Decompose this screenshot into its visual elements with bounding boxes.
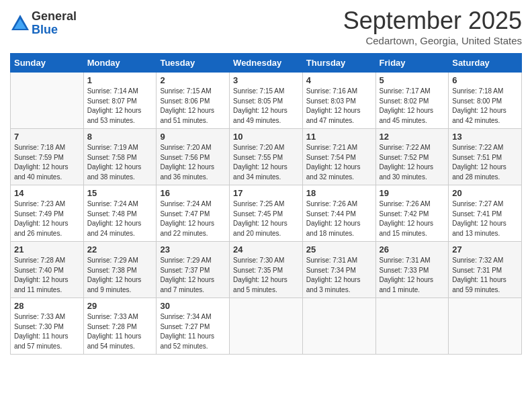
calendar-day-cell: 14Sunrise: 7:23 AMSunset: 7:49 PMDayligh… — [11, 185, 84, 242]
day-number: 24 — [233, 244, 299, 255]
page-header: General Blue September 2025 Cedartown, G… — [10, 7, 522, 46]
logo-blue: Blue — [32, 24, 77, 37]
day-number: 11 — [306, 132, 372, 142]
calendar-day-cell: 28Sunrise: 7:33 AMSunset: 7:30 PMDayligh… — [11, 298, 84, 355]
day-info: Sunrise: 7:16 AMSunset: 8:03 PMDaylight:… — [306, 87, 372, 126]
day-info: Sunrise: 7:19 AMSunset: 7:58 PMDaylight:… — [87, 143, 153, 182]
day-info: Sunrise: 7:29 AMSunset: 7:38 PMDaylight:… — [87, 256, 153, 295]
calendar-day-cell — [375, 298, 449, 355]
calendar-day-cell: 3Sunrise: 7:15 AMSunset: 8:05 PMDaylight… — [230, 73, 303, 129]
day-number: 21 — [14, 244, 80, 255]
day-number: 13 — [452, 132, 518, 142]
calendar-day-cell — [302, 298, 375, 355]
calendar-day-cell: 6Sunrise: 7:18 AMSunset: 8:00 PMDaylight… — [449, 73, 522, 129]
day-number: 6 — [452, 75, 518, 85]
calendar-day-cell — [449, 298, 522, 355]
day-info: Sunrise: 7:15 AMSunset: 8:05 PMDaylight:… — [233, 87, 299, 126]
day-info: Sunrise: 7:24 AMSunset: 7:48 PMDaylight:… — [87, 199, 153, 238]
calendar-day-cell: 17Sunrise: 7:25 AMSunset: 7:45 PMDayligh… — [230, 185, 303, 242]
calendar-day-cell: 10Sunrise: 7:20 AMSunset: 7:55 PMDayligh… — [230, 129, 303, 185]
day-info: Sunrise: 7:26 AMSunset: 7:44 PMDaylight:… — [306, 199, 372, 238]
day-info: Sunrise: 7:32 AMSunset: 7:31 PMDaylight:… — [452, 256, 518, 295]
calendar-day-cell — [230, 298, 303, 355]
calendar-day-cell: 9Sunrise: 7:20 AMSunset: 7:56 PMDaylight… — [157, 129, 230, 185]
calendar-day-cell: 16Sunrise: 7:24 AMSunset: 7:47 PMDayligh… — [157, 185, 230, 242]
day-info: Sunrise: 7:21 AMSunset: 7:54 PMDaylight:… — [306, 143, 372, 182]
day-info: Sunrise: 7:20 AMSunset: 7:56 PMDaylight:… — [160, 143, 226, 182]
day-info: Sunrise: 7:22 AMSunset: 7:51 PMDaylight:… — [452, 143, 518, 182]
day-info: Sunrise: 7:15 AMSunset: 8:06 PMDaylight:… — [160, 87, 226, 126]
title-section: September 2025 Cedartown, Georgia, Unite… — [343, 7, 522, 46]
calendar-day-cell: 5Sunrise: 7:17 AMSunset: 8:02 PMDaylight… — [375, 73, 449, 129]
day-info: Sunrise: 7:33 AMSunset: 7:30 PMDaylight:… — [14, 312, 80, 351]
calendar-day-cell: 27Sunrise: 7:32 AMSunset: 7:31 PMDayligh… — [449, 242, 522, 298]
day-info: Sunrise: 7:31 AMSunset: 7:33 PMDaylight:… — [380, 256, 445, 295]
day-number: 27 — [452, 244, 518, 255]
day-number: 25 — [306, 244, 372, 255]
calendar-day-cell: 21Sunrise: 7:28 AMSunset: 7:40 PMDayligh… — [11, 242, 84, 298]
day-number: 19 — [380, 188, 445, 198]
day-number: 30 — [160, 301, 226, 311]
calendar-day-cell: 13Sunrise: 7:22 AMSunset: 7:51 PMDayligh… — [449, 129, 522, 185]
calendar-day-cell: 12Sunrise: 7:22 AMSunset: 7:52 PMDayligh… — [375, 129, 449, 185]
day-info: Sunrise: 7:24 AMSunset: 7:47 PMDaylight:… — [160, 199, 226, 238]
day-info: Sunrise: 7:28 AMSunset: 7:40 PMDaylight:… — [14, 256, 80, 295]
day-number: 23 — [160, 244, 226, 255]
calendar-day-cell: 1Sunrise: 7:14 AMSunset: 8:07 PMDaylight… — [83, 73, 157, 129]
calendar-day-cell: 25Sunrise: 7:31 AMSunset: 7:34 PMDayligh… — [302, 242, 375, 298]
calendar-day-cell: 2Sunrise: 7:15 AMSunset: 8:06 PMDaylight… — [157, 73, 230, 129]
calendar-day-cell: 22Sunrise: 7:29 AMSunset: 7:38 PMDayligh… — [83, 242, 157, 298]
logo: General Blue — [10, 10, 77, 37]
weekday-header-friday: Friday — [375, 54, 449, 73]
day-number: 12 — [380, 132, 445, 142]
calendar-day-cell: 4Sunrise: 7:16 AMSunset: 8:03 PMDaylight… — [302, 73, 375, 129]
calendar-day-cell: 29Sunrise: 7:33 AMSunset: 7:28 PMDayligh… — [83, 298, 157, 355]
calendar-day-cell: 8Sunrise: 7:19 AMSunset: 7:58 PMDaylight… — [83, 129, 157, 185]
day-info: Sunrise: 7:27 AMSunset: 7:41 PMDaylight:… — [452, 199, 518, 238]
day-number: 2 — [160, 75, 226, 85]
logo-text: General Blue — [32, 10, 77, 37]
weekday-header-thursday: Thursday — [302, 54, 375, 73]
day-number: 10 — [233, 132, 299, 142]
day-number: 28 — [14, 301, 80, 311]
day-info: Sunrise: 7:18 AMSunset: 7:59 PMDaylight:… — [14, 143, 80, 182]
calendar-day-cell: 18Sunrise: 7:26 AMSunset: 7:44 PMDayligh… — [302, 185, 375, 242]
weekday-header-saturday: Saturday — [449, 54, 522, 73]
day-info: Sunrise: 7:34 AMSunset: 7:27 PMDaylight:… — [160, 312, 226, 351]
day-info: Sunrise: 7:33 AMSunset: 7:28 PMDaylight:… — [87, 312, 153, 351]
day-info: Sunrise: 7:26 AMSunset: 7:42 PMDaylight:… — [380, 199, 445, 238]
day-info: Sunrise: 7:17 AMSunset: 8:02 PMDaylight:… — [380, 87, 445, 126]
calendar-day-cell: 24Sunrise: 7:30 AMSunset: 7:35 PMDayligh… — [230, 242, 303, 298]
weekday-header-sunday: Sunday — [11, 54, 84, 73]
calendar-week-row: 28Sunrise: 7:33 AMSunset: 7:30 PMDayligh… — [11, 298, 522, 355]
day-number: 20 — [452, 188, 518, 198]
day-info: Sunrise: 7:31 AMSunset: 7:34 PMDaylight:… — [306, 256, 372, 295]
day-number: 5 — [380, 75, 445, 85]
day-info: Sunrise: 7:25 AMSunset: 7:45 PMDaylight:… — [233, 199, 299, 238]
weekday-header-row: SundayMondayTuesdayWednesdayThursdayFrid… — [11, 54, 522, 73]
day-info: Sunrise: 7:29 AMSunset: 7:37 PMDaylight:… — [160, 256, 226, 295]
weekday-header-tuesday: Tuesday — [157, 54, 230, 73]
calendar-day-cell: 20Sunrise: 7:27 AMSunset: 7:41 PMDayligh… — [449, 185, 522, 242]
calendar-week-row: 14Sunrise: 7:23 AMSunset: 7:49 PMDayligh… — [11, 185, 522, 242]
day-number: 17 — [233, 188, 299, 198]
weekday-header-wednesday: Wednesday — [230, 54, 303, 73]
day-info: Sunrise: 7:23 AMSunset: 7:49 PMDaylight:… — [14, 199, 80, 238]
day-number: 9 — [160, 132, 226, 142]
day-info: Sunrise: 7:14 AMSunset: 8:07 PMDaylight:… — [87, 87, 153, 126]
location-title: Cedartown, Georgia, United States — [343, 35, 522, 46]
calendar-day-cell: 19Sunrise: 7:26 AMSunset: 7:42 PMDayligh… — [375, 185, 449, 242]
weekday-header-monday: Monday — [83, 54, 157, 73]
day-number: 3 — [233, 75, 299, 85]
calendar-week-row: 1Sunrise: 7:14 AMSunset: 8:07 PMDaylight… — [11, 73, 522, 129]
day-info: Sunrise: 7:22 AMSunset: 7:52 PMDaylight:… — [380, 143, 445, 182]
day-number: 16 — [160, 188, 226, 198]
calendar-table: SundayMondayTuesdayWednesdayThursdayFrid… — [10, 53, 522, 355]
calendar-day-cell: 11Sunrise: 7:21 AMSunset: 7:54 PMDayligh… — [302, 129, 375, 185]
day-info: Sunrise: 7:20 AMSunset: 7:55 PMDaylight:… — [233, 143, 299, 182]
day-number: 8 — [87, 132, 153, 142]
calendar-day-cell: 15Sunrise: 7:24 AMSunset: 7:48 PMDayligh… — [83, 185, 157, 242]
day-info: Sunrise: 7:18 AMSunset: 8:00 PMDaylight:… — [452, 87, 518, 126]
calendar-day-cell: 23Sunrise: 7:29 AMSunset: 7:37 PMDayligh… — [157, 242, 230, 298]
day-number: 7 — [14, 132, 80, 142]
